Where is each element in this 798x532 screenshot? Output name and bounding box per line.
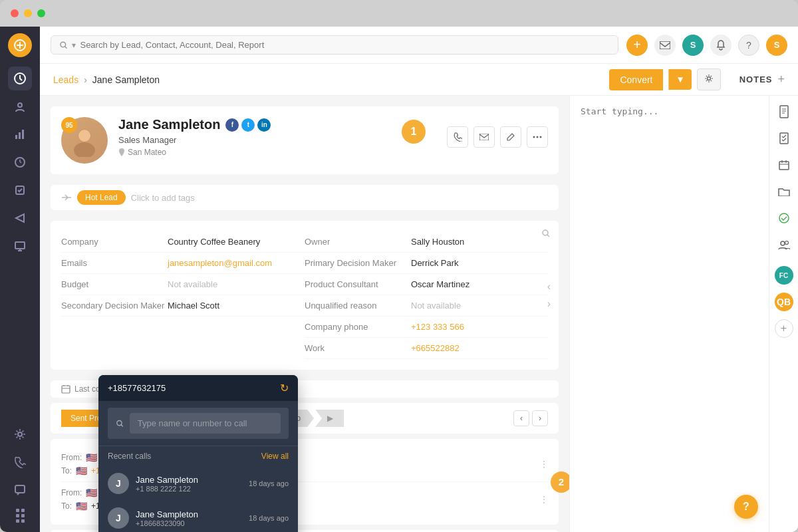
call-action-button[interactable]	[447, 126, 468, 148]
us-flag-4: 🇺🇸	[76, 501, 87, 511]
details-next-arrow[interactable]: ›	[547, 298, 551, 310]
search-bar[interactable]: ▾	[51, 35, 618, 55]
call-name-1: Jane Sampleton	[136, 475, 242, 485]
users-icon[interactable]	[773, 234, 795, 255]
pipeline-step-empty[interactable]: ▶	[315, 410, 344, 427]
call-item-1[interactable]: J Jane Sampleton +1 888 2222 122 18 days…	[98, 466, 298, 501]
user-avatar[interactable]: S	[766, 35, 787, 56]
add-button[interactable]: +	[626, 35, 648, 56]
phone-popup-icon[interactable]: ↻	[280, 382, 289, 394]
call-avatar-1: J	[108, 473, 129, 494]
sidebar-item-settings[interactable]	[8, 422, 32, 446]
facebook-icon[interactable]: f	[225, 118, 239, 132]
details-card: ‹ › Company Country Coffee Beanery Email	[51, 221, 559, 370]
notifications-button[interactable]	[710, 35, 732, 56]
minimize-button[interactable]	[24, 9, 32, 17]
sidebar-item-campaigns[interactable]	[8, 206, 32, 230]
more-actions-button[interactable]	[527, 126, 548, 148]
search-details-icon[interactable]	[541, 229, 551, 241]
breadcrumb-separator: ›	[84, 74, 87, 85]
sidebar-item-leads[interactable]	[8, 66, 32, 90]
svg-rect-3	[15, 135, 17, 139]
svg-point-16	[78, 130, 90, 142]
breadcrumb-current-page: Jane Sampleton	[92, 74, 160, 85]
step-2-badge: 2	[551, 471, 569, 493]
details-prev-arrow[interactable]: ‹	[547, 281, 551, 293]
calendar-icon-right[interactable]	[773, 154, 795, 176]
svg-rect-17	[479, 134, 489, 140]
sidebar-item-chat[interactable]	[8, 478, 32, 502]
add-tag-button[interactable]: Click to add tags	[131, 193, 195, 203]
quickbooks-icon-wrap: QB	[775, 293, 793, 311]
app-logo[interactable]	[8, 33, 32, 57]
avatar-wrap: 95	[61, 117, 108, 164]
document-icon[interactable]	[773, 101, 795, 122]
svg-point-26	[779, 213, 789, 223]
contact-header: 95 Jane Sampleton f t in S	[51, 106, 559, 174]
sidebar-item-phone[interactable]	[8, 450, 32, 474]
notes-label: NOTES	[739, 74, 773, 84]
help-float-button[interactable]: ?	[734, 495, 758, 519]
sidebar-item-contacts[interactable]	[8, 94, 32, 118]
hot-lead-tag[interactable]: Hot Lead	[77, 190, 126, 205]
search-input[interactable]	[80, 40, 610, 50]
action-icons	[447, 126, 548, 148]
svg-point-21	[543, 230, 548, 235]
settings-gear-button[interactable]	[697, 68, 721, 90]
sidebar-item-display[interactable]	[8, 234, 32, 258]
email-action-button[interactable]	[473, 126, 495, 148]
notes-input[interactable]	[581, 106, 758, 146]
search-dropdown-arrow[interactable]: ▾	[72, 41, 76, 50]
twitter-icon[interactable]: t	[241, 118, 255, 132]
phone-search-icon	[116, 419, 124, 428]
quickbooks-icon[interactable]: QB	[775, 293, 793, 311]
call-item-2[interactable]: J Jane Sampleton +18668323090 18 days ag…	[98, 501, 298, 532]
linkedin-icon[interactable]: in	[257, 118, 271, 132]
freshcaller-icon[interactable]: FC	[775, 266, 793, 285]
calendar-icon	[61, 384, 70, 394]
convert-dropdown-button[interactable]: ▼	[668, 69, 691, 90]
call-avatar-2: J	[108, 507, 129, 529]
pipeline-prev-button[interactable]: ‹	[513, 410, 529, 426]
notes-panel	[569, 96, 769, 532]
sidebar-item-deals[interactable]	[8, 150, 32, 174]
svg-rect-4	[19, 132, 21, 139]
svg-rect-10	[15, 485, 25, 493]
titlebar	[0, 0, 798, 27]
secondary-dm-row: Secondary Decision Maker Michael Scott	[61, 295, 305, 317]
work-phone-row: Work +665522882	[305, 338, 548, 359]
svg-point-9	[18, 432, 22, 436]
phone-popup: +18577632175 ↻ Recent calls View all	[98, 375, 298, 532]
svg-point-29	[117, 420, 122, 425]
help-button[interactable]: ?	[738, 35, 759, 56]
checkmark-icon[interactable]	[773, 207, 795, 229]
breadcrumb-leads-link[interactable]: Leads	[53, 74, 78, 85]
sidebar-grid	[13, 506, 27, 525]
view-all-calls-link[interactable]: View all	[261, 452, 289, 461]
pipeline-next-button[interactable]: ›	[532, 410, 548, 426]
owner-row: Owner Sally Houston	[305, 231, 548, 253]
edit-action-button[interactable]	[500, 126, 521, 148]
maximize-button[interactable]	[37, 9, 45, 17]
tag-icon	[61, 194, 72, 201]
folder-icon[interactable]	[773, 181, 795, 202]
phone-search-input[interactable]	[130, 413, 281, 434]
convert-button[interactable]: Convert	[609, 69, 663, 90]
svg-rect-12	[660, 41, 670, 49]
sidebar	[0, 27, 40, 532]
call-2-more[interactable]: ⋮	[540, 495, 548, 504]
step-1-badge: 1	[402, 120, 426, 144]
sidebar-item-tasks[interactable]	[8, 178, 32, 202]
us-flag-1: 🇺🇸	[86, 452, 97, 463]
freshcaller-icon-wrap: FC	[775, 266, 793, 285]
add-integration-button[interactable]: +	[775, 319, 793, 338]
call-1-more[interactable]: ⋮	[540, 460, 548, 469]
email-button[interactable]	[654, 35, 676, 56]
svg-rect-5	[22, 130, 24, 139]
budget-row: Budget Not available	[61, 274, 305, 295]
notes-add-button[interactable]: +	[777, 72, 785, 86]
company-row: Company Country Coffee Beanery	[61, 231, 305, 253]
close-button[interactable]	[11, 9, 19, 17]
checklist-icon[interactable]	[773, 128, 795, 149]
sidebar-item-reports[interactable]	[8, 122, 32, 146]
